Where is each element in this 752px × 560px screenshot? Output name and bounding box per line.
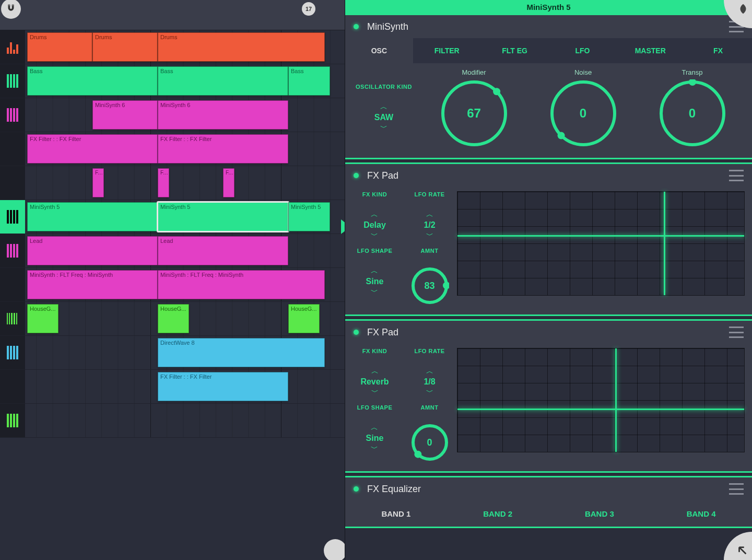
track-header[interactable] xyxy=(0,234,25,267)
clip[interactable]: Bass xyxy=(27,66,158,96)
track-lane[interactable]: BassBassBass xyxy=(25,64,345,98)
clip[interactable]: F... xyxy=(223,168,234,197)
clip[interactable]: MiniSynth 5 xyxy=(158,202,288,231)
eq-band-tab[interactable]: BAND 2 xyxy=(447,500,549,527)
lfo-shape-stepper[interactable]: ︿ Sine ﹀ xyxy=(366,266,384,297)
eq-band-tab[interactable]: BAND 4 xyxy=(650,500,752,527)
clip[interactable]: Lead xyxy=(158,236,288,265)
tab-master[interactable]: MASTER xyxy=(616,38,684,63)
track-lane[interactable]: MiniSynth : FLT Freq : MiniSynthMiniSynt… xyxy=(25,268,345,301)
track-header[interactable] xyxy=(0,336,25,369)
amnt-knob[interactable]: 0 xyxy=(410,423,449,462)
clip[interactable]: Drums xyxy=(27,32,92,62)
clip[interactable]: F... xyxy=(92,168,104,197)
track-header[interactable] xyxy=(0,200,25,234)
clip[interactable]: HouseG... xyxy=(158,304,189,333)
snap-button[interactable] xyxy=(1,0,21,19)
fx-kind-stepper[interactable]: ︿ Reverb ﹀ xyxy=(360,367,389,397)
track-header[interactable] xyxy=(0,166,25,200)
chevron-down-icon[interactable]: ﹀ xyxy=(426,388,433,397)
clip[interactable]: HouseG... xyxy=(27,304,58,333)
clip[interactable]: Drums xyxy=(92,32,158,62)
panel-enable-led[interactable] xyxy=(354,173,359,178)
clip[interactable]: FX Filter : : FX Filter xyxy=(27,134,158,164)
chevron-up-icon[interactable]: ︿ xyxy=(371,210,378,219)
track-header[interactable] xyxy=(0,30,25,64)
clip[interactable]: Bass xyxy=(158,66,288,96)
clip[interactable]: HouseG... xyxy=(288,304,320,333)
amnt-value: 0 xyxy=(410,423,449,462)
track-header[interactable] xyxy=(0,370,25,403)
chevron-up-icon[interactable]: ︿ xyxy=(371,266,378,276)
panel-enable-led[interactable] xyxy=(354,24,359,29)
clip[interactable]: DirectWave 8 xyxy=(158,338,325,367)
clip[interactable]: MiniSynth 5 xyxy=(27,202,158,231)
clip[interactable]: Drums xyxy=(158,32,325,62)
xy-pad[interactable] xyxy=(457,191,745,296)
clip[interactable]: Lead xyxy=(27,236,158,265)
clip[interactable]: MiniSynth : FLT Freq : MiniSynth xyxy=(27,270,158,299)
chevron-down-icon[interactable]: ﹀ xyxy=(371,287,378,297)
lfo-rate-stepper[interactable]: ︿ 1/8 ﹀ xyxy=(424,367,435,397)
bar-marker[interactable]: 17 xyxy=(302,2,315,16)
track-lane[interactable]: FX Filter : : FX FilterFX Filter : : FX … xyxy=(25,132,345,166)
tab-osc[interactable]: OSC xyxy=(345,38,413,63)
timeline-ruler[interactable] xyxy=(0,18,345,30)
chevron-down-icon[interactable]: ﹀ xyxy=(371,444,378,453)
resize-corner[interactable] xyxy=(724,532,752,560)
tab-filter[interactable]: FILTER xyxy=(413,38,481,63)
chevron-down-icon[interactable]: ﹀ xyxy=(371,388,379,397)
eq-band-tab[interactable]: BAND 3 xyxy=(549,500,651,527)
chevron-up-icon[interactable]: ︿ xyxy=(380,102,387,112)
knob-modifier[interactable]: Modifier 67 xyxy=(421,68,526,147)
panel-enable-led[interactable] xyxy=(354,486,359,492)
chevron-up-icon[interactable]: ︿ xyxy=(426,367,433,376)
track-header[interactable] xyxy=(0,64,25,98)
chevron-down-icon[interactable]: ﹀ xyxy=(380,123,387,133)
track-lane[interactable]: DirectWave 8 xyxy=(25,336,345,369)
chevron-down-icon[interactable]: ﹀ xyxy=(426,231,433,240)
panel-menu-button[interactable] xyxy=(729,170,744,181)
panel-menu-button[interactable] xyxy=(729,326,744,338)
chevron-down-icon[interactable]: ﹀ xyxy=(371,231,378,240)
clip[interactable]: Bass xyxy=(288,66,330,96)
knob-transp[interactable]: Transp 0 xyxy=(640,68,745,147)
track-header[interactable] xyxy=(0,132,25,166)
clip[interactable]: MiniSynth 6 xyxy=(92,100,158,130)
track-lane[interactable]: HouseG...HouseG...HouseG... xyxy=(25,302,345,335)
tab-fx[interactable]: FX xyxy=(684,38,752,63)
track-header[interactable] xyxy=(0,302,25,335)
tab-flt-eg[interactable]: FLT EG xyxy=(481,38,549,63)
track-header[interactable] xyxy=(0,98,25,132)
clip[interactable]: FX Filter : : FX Filter xyxy=(158,372,288,401)
chevron-up-icon[interactable]: ︿ xyxy=(371,423,378,433)
clip[interactable]: MiniSynth 5 xyxy=(288,202,330,231)
clip[interactable]: MiniSynth 6 xyxy=(158,100,288,130)
osc-kind-stepper[interactable]: ︿ SAW ﹀ xyxy=(352,102,415,133)
fx-kind-stepper[interactable]: ︿ Delay ﹀ xyxy=(363,210,386,240)
clip[interactable]: FX Filter : : FX Filter xyxy=(158,134,288,164)
track-lane[interactable]: MiniSynth 5MiniSynth 5MiniSynth 5 xyxy=(25,200,345,234)
tab-lfo[interactable]: LFO xyxy=(548,38,616,63)
track-header[interactable] xyxy=(0,404,25,437)
track-lane[interactable]: FX Filter : : FX Filter xyxy=(25,370,345,403)
zoom-handle[interactable] xyxy=(324,539,345,560)
lfo-rate-stepper[interactable]: ︿ 1/2 ﹀ xyxy=(424,210,435,240)
panel-menu-button[interactable] xyxy=(729,483,744,495)
eq-band-tab[interactable]: BAND 1 xyxy=(345,500,447,527)
track-lane[interactable] xyxy=(25,404,345,437)
clip[interactable]: F... xyxy=(158,168,169,197)
track-header[interactable] xyxy=(0,268,25,301)
clip[interactable]: MiniSynth : FLT Freq : MiniSynth xyxy=(158,270,325,299)
chevron-up-icon[interactable]: ︿ xyxy=(426,210,433,219)
track-lane[interactable]: MiniSynth 6MiniSynth 6 xyxy=(25,98,345,132)
xy-pad[interactable] xyxy=(457,348,745,452)
track-lane[interactable]: LeadLead xyxy=(25,234,345,267)
chevron-up-icon[interactable]: ︿ xyxy=(371,367,379,376)
lfo-shape-stepper[interactable]: ︿ Sine ﹀ xyxy=(366,423,384,453)
amnt-knob[interactable]: 83 xyxy=(410,266,449,305)
panel-enable-led[interactable] xyxy=(354,330,359,335)
track-lane[interactable]: F...F...F... xyxy=(25,166,345,200)
knob-noise[interactable]: Noise 0 xyxy=(531,68,636,147)
track-lane[interactable]: DrumsDrumsDrums xyxy=(25,30,345,64)
